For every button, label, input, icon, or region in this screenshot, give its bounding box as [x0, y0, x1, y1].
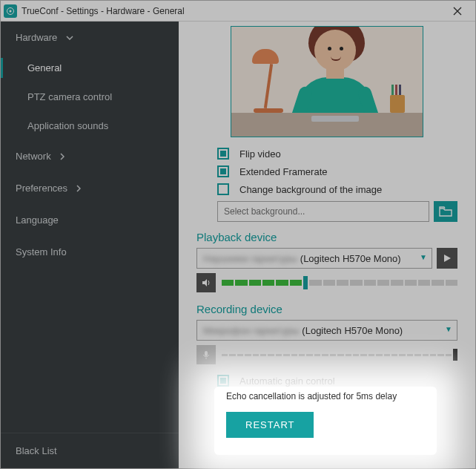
recording-mute-button[interactable]: [196, 345, 216, 364]
sidebar-item-ptz[interactable]: PTZ camera control: [1, 82, 179, 111]
echo-highlight-area: Echo cancellation is adjusted for 5ms de…: [214, 387, 437, 455]
microphone-icon: [201, 350, 211, 360]
sidebar-section-network[interactable]: Network: [1, 140, 179, 172]
extended-framerate-label: Extended Framerate: [239, 166, 328, 177]
settings-window: TrueConf - Settings - Hardware - General…: [0, 0, 476, 469]
svg-rect-2: [205, 351, 208, 356]
folder-icon: [439, 206, 452, 217]
flip-video-checkbox[interactable]: [217, 148, 229, 160]
app-icon: [4, 4, 17, 18]
playback-mute-button[interactable]: [196, 273, 216, 292]
speaker-icon: [201, 278, 211, 288]
window-title: TrueConf - Settings - Hardware - General: [22, 6, 443, 16]
sidebar-section-preferences[interactable]: Preferences: [1, 172, 179, 204]
sidebar-item-app-sounds[interactable]: Application sounds: [1, 111, 179, 140]
sidebar-blacklist[interactable]: Black List: [1, 433, 179, 468]
browse-folder-button[interactable]: [434, 201, 457, 222]
playback-device-select[interactable]: Наушники гарнитуры (Logitech H570e Mono)…: [196, 248, 432, 269]
change-background-checkbox[interactable]: [217, 183, 229, 195]
auto-gain-checkbox[interactable]: [217, 375, 229, 387]
change-background-label: Change background of the image: [239, 184, 382, 195]
sidebar-section-language[interactable]: Language: [1, 204, 179, 236]
svg-point-1: [10, 10, 12, 12]
extended-framerate-checkbox[interactable]: [217, 165, 229, 177]
dropdown-caret-icon: ▼: [445, 325, 452, 333]
playback-volume-slider[interactable]: [222, 278, 457, 287]
dropdown-caret-icon: ▼: [420, 253, 427, 261]
sidebar: Hardware General PTZ camera control Appl…: [1, 22, 179, 468]
playback-section-title: Playback device: [196, 231, 457, 243]
play-icon: [443, 254, 452, 263]
sidebar-item-label: PTZ camera control: [27, 91, 112, 102]
playback-device-value: (Logitech H570e Mono): [300, 253, 401, 264]
close-button[interactable]: [443, 1, 472, 22]
sidebar-label: Network: [16, 151, 51, 162]
recording-level-meter[interactable]: [222, 350, 457, 359]
chevron-down-icon: [66, 36, 73, 40]
test-playback-button[interactable]: [437, 248, 457, 269]
recording-device-value: (Logitech H570e Mono): [302, 325, 403, 336]
background-path-input[interactable]: [217, 201, 429, 222]
recording-section-title: Recording device: [196, 303, 457, 315]
device-name-hidden: Микрофон гарнитуры: [203, 325, 299, 336]
sidebar-item-label: Application sounds: [27, 120, 108, 131]
recording-device-select[interactable]: Микрофон гарнитуры (Logitech H570e Mono)…: [196, 320, 457, 341]
sidebar-label: Language: [16, 214, 59, 226]
sidebar-label: System Info: [16, 246, 67, 258]
sidebar-item-label: General: [27, 62, 62, 73]
echo-delay-message: Echo cancellation is adjusted for 5ms de…: [226, 391, 425, 401]
sidebar-item-general[interactable]: General: [1, 53, 179, 82]
sidebar-section-hardware[interactable]: Hardware: [1, 22, 179, 53]
sidebar-section-systeminfo[interactable]: System Info: [1, 236, 179, 268]
titlebar: TrueConf - Settings - Hardware - General: [1, 1, 475, 22]
restart-button[interactable]: RESTART: [226, 412, 314, 438]
chevron-right-icon: [76, 185, 81, 192]
chevron-right-icon: [60, 153, 65, 160]
sidebar-label: Preferences: [16, 183, 67, 194]
sidebar-label: Hardware: [16, 32, 57, 43]
flip-video-label: Flip video: [239, 148, 281, 160]
auto-gain-label: Automatic gain control: [239, 375, 335, 387]
sidebar-label: Black List: [16, 445, 57, 456]
camera-preview: [231, 26, 423, 137]
device-name-hidden: Наушники гарнитуры: [203, 253, 297, 264]
